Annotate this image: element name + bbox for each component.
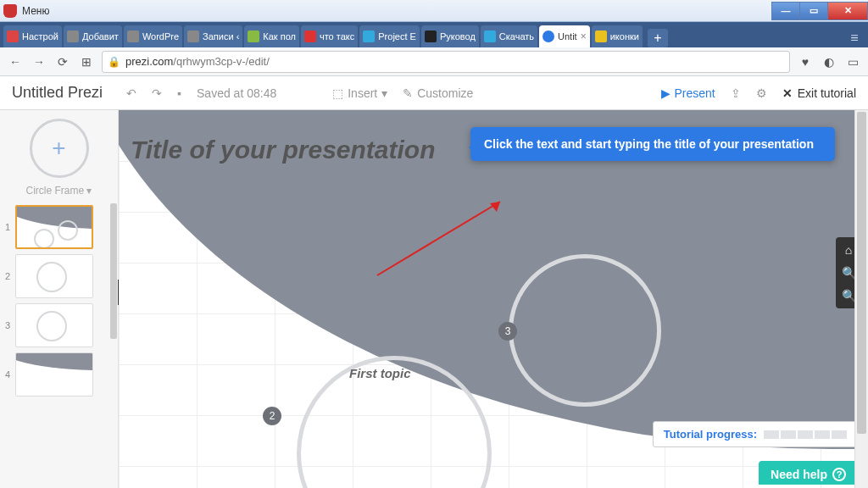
opera-icon[interactable] [3,4,17,18]
add-frame-button[interactable]: + [30,119,89,178]
path-step-marker[interactable]: 2 [263,407,281,425]
browser-tab[interactable]: Руковод [421,25,479,47]
browser-tab[interactable]: иконки [592,25,643,47]
browser-tab[interactable]: Project E [359,25,420,47]
prezi-canvas[interactable]: Title of your presentation Click the tex… [119,110,868,488]
url-host: prezi.com [125,55,173,68]
thumb-number: 3 [5,320,12,330]
svg-line-0 [377,202,500,275]
sidebar-scrollbar[interactable] [109,203,118,488]
frame-thumbnail[interactable] [15,303,93,347]
redo-button[interactable]: ↷ [152,86,162,100]
battery-icon: ▭ [844,53,861,70]
browser-tab[interactable]: WordPre [124,25,182,47]
thumb-number: 1 [5,222,12,232]
exit-tutorial-button[interactable]: ✕ Exit tutorial [782,86,856,100]
tutorial-tooltip: Click the text and start typing the titl… [470,127,835,161]
prezi-toolbar: Untitled Prezi ↶ ↷ ▪ Saved at 08:48 ⬚ In… [0,76,868,110]
frame-thumbnail[interactable] [15,352,93,396]
browser-tab[interactable]: Добавит [64,25,122,47]
topic-label[interactable]: First topic [349,366,411,380]
frame-thumbnail[interactable] [15,254,93,298]
window-minimize-button[interactable]: — [771,2,800,20]
customize-button[interactable]: ✎ Customize [403,86,473,100]
presentation-title-text[interactable]: Title of your presentation [131,136,436,164]
save-status: Saved at 08:48 [197,86,276,100]
url-input[interactable]: 🔒 prezi.com/qrhwym3cp-v-/edit/ [102,51,790,73]
frame-thumbnail[interactable] [15,205,93,249]
url-path: /qrhwym3cp-v-/edit/ [173,55,269,68]
browser-tab[interactable]: что такс [301,25,358,47]
window-titlebar: Меню — ▭ ✕ [0,0,868,22]
lock-icon: 🔒 [108,56,120,68]
tab-menu-button[interactable]: ≡ [844,29,865,47]
browser-tab[interactable]: Как пол [244,25,299,47]
prezi-title[interactable]: Untitled Prezi [12,84,103,102]
frame-sidebar: + Circle Frame ▾ 1 2 3 4 [0,110,119,488]
reload-button[interactable]: ⟳ [54,53,71,70]
opera-turbo-button[interactable]: ◐ [821,53,837,70]
close-icon[interactable]: × [581,30,587,42]
thumb-number: 2 [5,271,12,281]
browser-tab[interactable]: Записи ‹ [184,25,242,47]
browser-tab[interactable]: Скачать [481,25,537,47]
help-icon: ? [832,468,846,481]
browser-tab-active[interactable]: Untit× [539,25,590,47]
new-tab-button[interactable]: + [648,29,668,47]
forward-button[interactable]: → [31,53,47,70]
undo-button[interactable]: ↶ [126,86,136,100]
settings-button[interactable]: ⚙ [756,86,767,100]
address-bar: ← → ⟳ ⊞ 🔒 prezi.com/qrhwym3cp-v-/edit/ ♥… [0,47,868,76]
window-maximize-button[interactable]: ▭ [799,2,828,20]
back-button[interactable]: ← [7,53,24,70]
progress-bar [764,430,847,439]
insert-button[interactable]: ⬚ Insert ▾ [332,86,387,100]
share-button[interactable]: ⇪ [731,86,741,100]
tutorial-progress: Tutorial progress: [653,421,858,447]
thumb-number: 4 [5,369,12,380]
browser-tabstrip: Настрой Добавит WordPre Записи ‹ Как пол… [0,22,868,47]
annotation-arrow [373,195,509,280]
browser-tab[interactable]: Настрой [3,25,62,47]
menu-label[interactable]: Меню [22,5,49,17]
bookmark-button[interactable]: ♥ [797,53,814,70]
speed-dial-button[interactable]: ⊞ [78,53,95,70]
save-button[interactable]: ▪ [177,86,181,100]
path-step-marker[interactable]: 3 [498,322,517,341]
topic-frame[interactable] [509,254,661,407]
need-help-button[interactable]: Need help ? [759,461,858,485]
frame-type-selector[interactable]: Circle Frame ▾ [5,185,113,197]
tutorial-progress-label: Tutorial progress: [664,428,757,441]
window-close-button[interactable]: ✕ [827,2,868,20]
canvas-scrollbar[interactable] [854,110,868,488]
main-area: + Circle Frame ▾ 1 2 3 4 Title of your p… [0,110,868,488]
present-button[interactable]: ▶ Present [661,86,715,100]
